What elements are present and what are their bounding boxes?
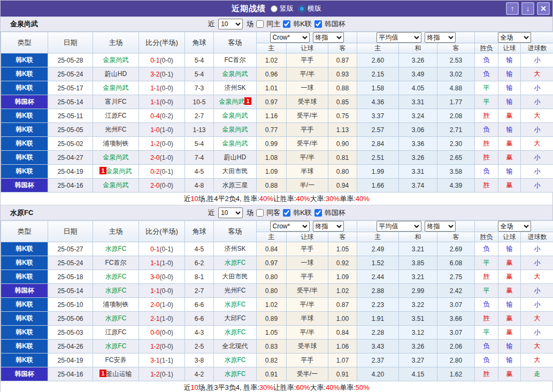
scope-select[interactable]: 全场 (498, 32, 531, 43)
team-label: 水原FC (225, 370, 246, 378)
date-cell: 25-05-02 (48, 137, 93, 151)
team-label: 金泉尚武 (222, 70, 248, 78)
half-time-score: (1-0) (160, 259, 173, 267)
odds-home-cell: 0.91 (257, 367, 287, 381)
odds-away-cell: 1.13 (328, 123, 357, 137)
cup-checkbox[interactable] (314, 20, 322, 28)
full-time-score: 0-2 (150, 168, 159, 175)
avg-select[interactable]: 平均值 (377, 221, 421, 232)
type-cell: 韩K联 (1, 123, 48, 137)
filter-prefix-label: 近 (208, 19, 214, 29)
radio-vertical[interactable]: 竖版 (271, 4, 294, 13)
score-cell: 0-4(0-2) (139, 109, 185, 123)
summary-segment: 让胜率: (273, 383, 296, 392)
handicap-result-cell: 赢 (498, 270, 521, 284)
handicap-cell: 受平/半 (287, 284, 328, 298)
goals-result-cell: 大 (521, 67, 553, 81)
away-team-cell: 大田市民 (214, 165, 257, 179)
team-label: 金泉尚武 (222, 126, 248, 133)
same-venue-checkbox[interactable] (256, 20, 264, 28)
home-team-cell: 水原FC (93, 312, 139, 326)
full-time-score: 3-1 (150, 357, 159, 364)
full-time-score: 1-0 (150, 126, 159, 134)
team-label: 水原FC (225, 301, 246, 308)
type-cell: 韩国杯 (1, 367, 48, 381)
league-k-checkbox[interactable] (283, 209, 290, 217)
team-label: 光州FC (105, 126, 127, 133)
same-venue-checkbox[interactable] (256, 209, 264, 217)
match-row: 韩K联25-04-19FC安养3-1(1-1)3-8水原FC0.82平手1.07… (1, 353, 553, 367)
team-label: 金泉尚武 (103, 56, 129, 64)
match-row: 韩K联25-04-191金泉尚武0-2(0-1)4-5大田市民1.09半球0.8… (1, 165, 553, 179)
avg-stage-select[interactable]: 终指 (425, 221, 456, 232)
handicap-result-cell: 输 (498, 123, 521, 137)
radio-horizontal[interactable]: 横版 (298, 4, 321, 13)
avg-home-cell: 1.52 (357, 256, 399, 270)
league-k-checkbox[interactable] (283, 20, 290, 28)
date-cell: 25-05-17 (48, 81, 93, 95)
avg-select[interactable]: 平均值 (377, 32, 421, 43)
avg-away-cell: 2.53 (437, 53, 475, 67)
avg-away-cell: 1.77 (437, 95, 475, 109)
corner-cell: 10-5 (185, 95, 214, 109)
date-cell: 25-04-19 (48, 353, 93, 367)
column-header: 客场 (214, 221, 257, 242)
avg-home-cell: 2.28 (357, 326, 399, 340)
odds-home-cell: 0.88 (257, 179, 287, 193)
scroll-down-button[interactable]: ↓ (521, 2, 534, 15)
summary-segment: 30% (326, 195, 340, 203)
match-count-select[interactable]: 10 (218, 207, 243, 218)
window-title: 近期战绩 (232, 4, 266, 14)
half-time-score: (0-1) (160, 371, 173, 378)
match-row: 韩K联25-04-26水原FC1-2(0-0)2-5全北现代0.83受半球1.0… (1, 340, 553, 353)
handicap-result-cell: 输 (498, 242, 521, 256)
home-team-cell: 水原FC (93, 284, 139, 298)
away-team-cell: 金泉尚武1 (214, 95, 257, 109)
full-time-score: 0-1 (150, 57, 159, 64)
odds-away-cell: 0.90 (328, 137, 357, 151)
odds-home-cell: 1.02 (257, 298, 287, 312)
handicap-cell: 一球 (287, 81, 328, 95)
cup-checkbox[interactable] (314, 209, 322, 217)
half-time-score: (1-0) (160, 154, 173, 162)
radio-horizontal-input[interactable] (298, 5, 305, 12)
summary-segment: 10 (190, 383, 198, 391)
odds-away-cell: 0.94 (328, 179, 357, 193)
result-cell: 胜 (475, 270, 498, 284)
odds-company-select[interactable]: Crow* (270, 221, 310, 232)
sub-column-header: 客 (437, 43, 475, 53)
summary-segment: 单率: (340, 383, 356, 392)
score-cell: 3-2(0-1) (139, 67, 185, 81)
home-team-cell: 水原FC (93, 242, 139, 256)
goals-result-cell: 大 (521, 353, 553, 367)
close-button[interactable]: ✕ (537, 2, 550, 15)
goals-result-cell: 大 (521, 270, 553, 284)
odds-stage-select[interactable]: 终指 (313, 32, 344, 43)
score-cell: 0-1(0-1) (139, 242, 185, 256)
avg-draw-cell: 3.26 (399, 340, 437, 353)
home-team-cell: 光州FC (93, 123, 139, 137)
sub-column-header: 主 (257, 43, 287, 53)
home-team-cell: 1釜山运输 (93, 367, 139, 381)
handicap-cell: 半球 (287, 312, 328, 326)
half-time-score: (0-0) (160, 343, 173, 350)
result-cell: 负 (475, 340, 498, 353)
radio-vertical-input[interactable] (271, 5, 278, 12)
date-cell: 25-05-24 (48, 256, 93, 270)
recent-results-window: 近期战绩 竖版 横版 ↑ ↓ ✕ 金泉尚武近10场同主韩K联韩国杯类型日期主场比… (0, 0, 553, 392)
odds-stage-select[interactable]: 终指 (313, 221, 344, 232)
scroll-up-button[interactable]: ↑ (506, 2, 519, 15)
full-time-score: 2-0 (150, 301, 159, 309)
result-cell: 负 (475, 298, 498, 312)
red-badge: 1 (99, 167, 106, 174)
scope-select[interactable]: 全场 (498, 221, 531, 232)
avg-stage-select[interactable]: 终指 (425, 32, 456, 43)
odds-home-cell: 1.09 (257, 165, 287, 179)
away-team-cell: 济州SK (214, 81, 257, 95)
odds-away-cell: 0.80 (328, 165, 357, 179)
match-count-select[interactable]: 10 (218, 19, 243, 29)
odds-company-select[interactable]: Crow* (270, 32, 310, 43)
result-cell: 胜 (475, 367, 498, 381)
corner-cell: 4-2 (185, 367, 214, 381)
cup-label: 韩国杯 (325, 19, 345, 29)
